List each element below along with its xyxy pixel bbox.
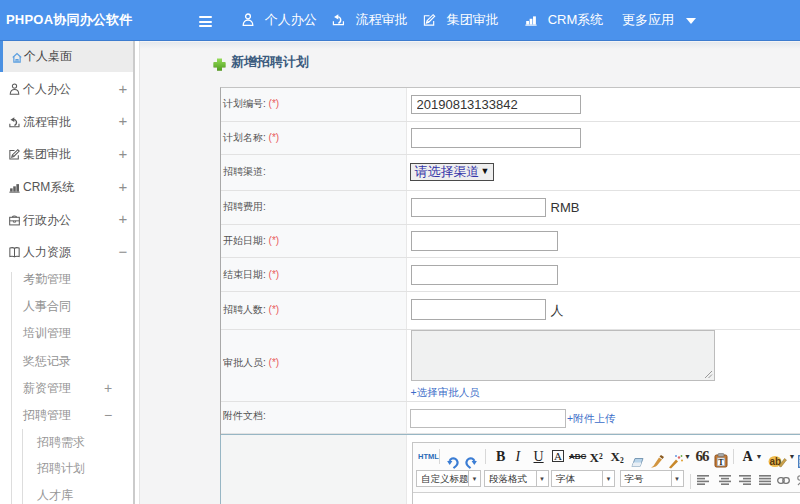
svg-text:T: T xyxy=(718,457,724,466)
